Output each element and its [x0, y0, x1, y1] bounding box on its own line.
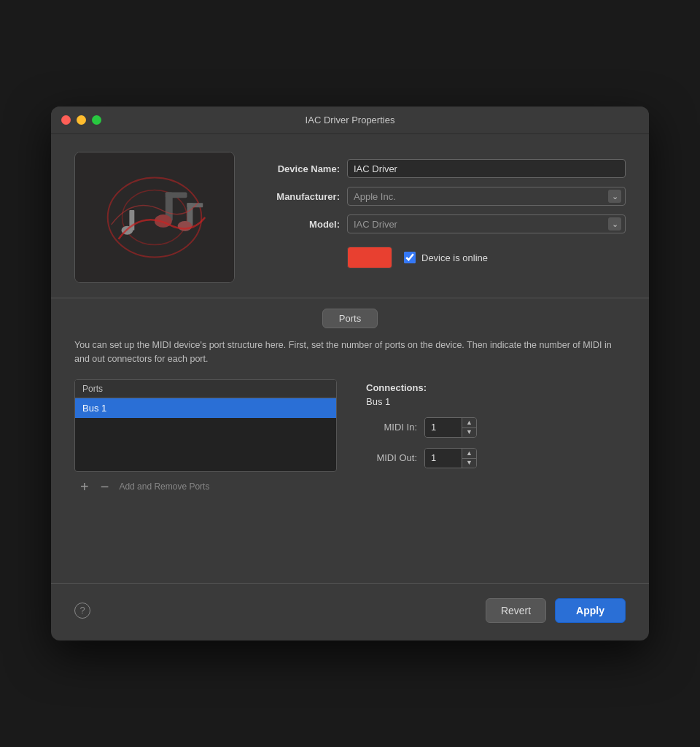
connections-panel: Connections: Bus 1 MIDI In: ▲ ▼ MIDI — [366, 379, 626, 495]
remove-port-button[interactable]: − — [95, 478, 115, 495]
color-online-row: Device is online — [252, 247, 626, 268]
midi-in-decrement-button[interactable]: ▼ — [462, 427, 476, 437]
svg-point-12 — [178, 221, 192, 231]
window-content: Device Name: Manufacturer: Apple Inc. Mo — [51, 134, 649, 583]
manufacturer-select[interactable]: Apple Inc. — [347, 187, 626, 206]
midi-in-label: MIDI In: — [366, 422, 417, 433]
midi-out-input[interactable] — [425, 449, 462, 468]
add-port-button[interactable]: + — [74, 478, 95, 495]
midi-in-input[interactable] — [425, 418, 462, 437]
revert-button[interactable]: Revert — [486, 598, 546, 623]
midi-in-row: MIDI In: ▲ ▼ — [366, 417, 626, 438]
top-section: Device Name: Manufacturer: Apple Inc. Mo — [74, 152, 626, 283]
device-online-row: Device is online — [404, 252, 488, 263]
color-swatch[interactable] — [347, 247, 392, 268]
tabs-section: Ports — [74, 298, 626, 338]
svg-point-11 — [155, 214, 172, 228]
ports-actions: + − Add and Remove Ports — [74, 478, 337, 495]
manufacturer-row: Manufacturer: Apple Inc. — [252, 187, 626, 206]
ports-connections: Ports Bus 1 + − Add and Remove Ports Con… — [74, 379, 626, 495]
midi-in-increment-button[interactable]: ▲ — [462, 418, 476, 427]
model-select[interactable]: IAC Driver — [347, 214, 626, 233]
midi-in-stepper-buttons: ▲ ▼ — [462, 418, 476, 437]
main-window: IAC Driver Properties — [51, 107, 649, 640]
titlebar: IAC Driver Properties — [51, 107, 649, 134]
device-online-checkbox[interactable] — [404, 252, 416, 263]
model-label: Model: — [252, 219, 340, 230]
footer: ? Revert Apply — [51, 584, 649, 640]
footer-actions: Revert Apply — [486, 598, 626, 623]
ports-list-header: Ports — [75, 380, 336, 398]
ports-list-container: Ports Bus 1 — [74, 379, 337, 472]
tab-ports[interactable]: Ports — [322, 309, 378, 328]
midi-out-label: MIDI Out: — [366, 452, 417, 463]
connections-bus: Bus 1 — [366, 396, 626, 407]
ports-panel: Ports Bus 1 + − Add and Remove Ports — [74, 379, 337, 495]
midi-out-decrement-button[interactable]: ▼ — [462, 458, 476, 468]
manufacturer-label: Manufacturer: — [252, 191, 340, 202]
device-name-row: Device Name: — [252, 159, 626, 178]
ports-list-body: Bus 1 — [75, 398, 336, 471]
help-button[interactable]: ? — [74, 603, 90, 619]
add-remove-label: Add and Remove Ports — [119, 481, 209, 492]
apply-button[interactable]: Apply — [555, 598, 626, 623]
device-name-input[interactable] — [347, 159, 626, 178]
svg-rect-0 — [75, 152, 234, 282]
minimize-button[interactable] — [77, 115, 86, 125]
window-title: IAC Driver Properties — [306, 115, 395, 125]
midi-in-stepper: ▲ ▼ — [424, 417, 477, 438]
connections-title: Connections: — [366, 382, 626, 393]
midi-out-increment-button[interactable]: ▲ — [462, 449, 476, 458]
list-item[interactable]: Bus 1 — [75, 398, 336, 418]
bottom-area — [74, 495, 626, 583]
close-button[interactable] — [61, 115, 71, 125]
model-row: Model: IAC Driver — [252, 214, 626, 233]
device-fields: Device Name: Manufacturer: Apple Inc. Mo — [252, 152, 626, 283]
device-online-label: Device is online — [421, 252, 488, 263]
traffic-lights — [61, 115, 101, 125]
midi-out-stepper-buttons: ▲ ▼ — [462, 449, 476, 468]
device-icon — [74, 152, 235, 283]
ports-description: You can set up the MIDI device's port st… — [74, 338, 626, 366]
svg-rect-4 — [166, 193, 187, 198]
manufacturer-select-wrapper: Apple Inc. — [347, 187, 626, 206]
device-name-label: Device Name: — [252, 163, 340, 174]
maximize-button[interactable] — [92, 115, 101, 125]
model-select-wrapper: IAC Driver — [347, 214, 626, 233]
midi-out-stepper: ▲ ▼ — [424, 448, 477, 468]
midi-out-row: MIDI Out: ▲ ▼ — [366, 448, 626, 468]
